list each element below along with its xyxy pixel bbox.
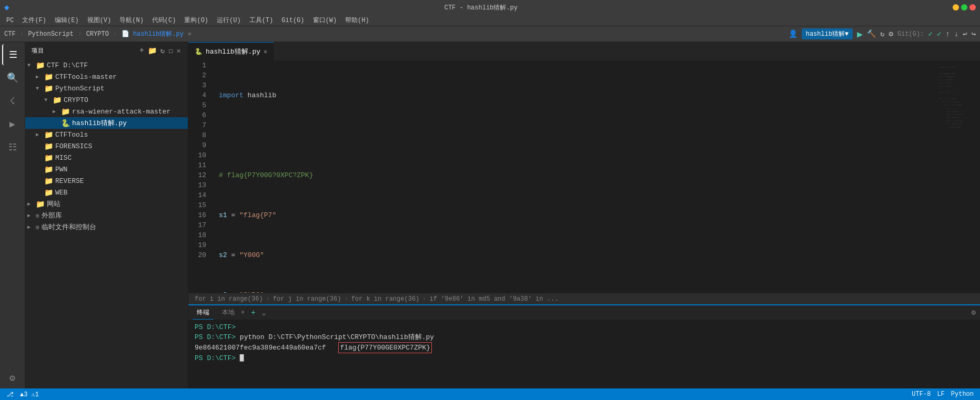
- menu-view[interactable]: 视图(V): [83, 15, 116, 26]
- tree-item-web[interactable]: ▶ 📁 WEB: [25, 187, 188, 198]
- tree-label-reverse: REVERSE: [55, 177, 84, 185]
- user-icon[interactable]: 👤: [789, 29, 797, 38]
- new-folder-icon[interactable]: 📁: [148, 46, 157, 55]
- terminal-actions: ⚙: [972, 308, 976, 317]
- explorer-icon[interactable]: ☰: [2, 44, 23, 65]
- tree-item-ctftools-master[interactable]: ▶ 📁 CTFTools-master: [25, 71, 188, 83]
- build-icon[interactable]: 🔨: [867, 29, 876, 38]
- new-file-icon[interactable]: +: [139, 46, 144, 55]
- refresh-tree-icon[interactable]: ↻: [160, 46, 165, 55]
- menu-window[interactable]: 窗口(W): [309, 15, 341, 26]
- menu-run[interactable]: 运行(U): [213, 15, 245, 26]
- tree-item-pythonscript[interactable]: ▼ 📁 PythonScript: [25, 83, 188, 94]
- search-activity-icon[interactable]: 🔍: [2, 67, 23, 88]
- undo-icon[interactable]: ↩: [963, 29, 967, 38]
- git-check2[interactable]: ✓: [937, 29, 941, 38]
- tree-item-forensics[interactable]: ▶ 📁 FORENSICS: [25, 140, 188, 152]
- status-errors[interactable]: ▲3 ⚠1: [20, 391, 39, 398]
- tree-item-ctf[interactable]: ▼ 📁 CTF D:\CTF: [25, 59, 188, 71]
- tree-item-crypto[interactable]: ▼ 📁 CRYPTO: [25, 94, 188, 106]
- menu-nav[interactable]: 导航(N): [115, 15, 148, 26]
- tree-item-reverse[interactable]: ▶ 📁 REVERSE: [25, 175, 188, 187]
- debug-activity-icon[interactable]: ▶: [2, 114, 23, 135]
- menu-git[interactable]: Git(G): [277, 16, 308, 25]
- terminal-line-prompt: PS D:\CTF> python D:\CTF\PythonScript\CR…: [195, 332, 974, 342]
- status-git-icon[interactable]: ⎇: [6, 391, 14, 398]
- toolbar-pythonscript[interactable]: PythonScript: [28, 30, 73, 38]
- collapse-all-icon[interactable]: ◻: [168, 46, 173, 55]
- bc-sep-1: ›: [266, 295, 270, 303]
- status-encoding[interactable]: UTF-8: [912, 391, 931, 398]
- run-button[interactable]: ▶: [857, 28, 863, 40]
- add-terminal-button[interactable]: +: [251, 309, 255, 317]
- line-num-15: 15: [188, 200, 210, 210]
- code-area[interactable]: import hashlib # flag{P7Y00G?0XPC?ZPK} s…: [215, 60, 938, 293]
- menu-edit[interactable]: 编辑(E): [50, 15, 83, 26]
- code-line-5: s2 = "Y00G": [219, 250, 938, 260]
- terminal-content[interactable]: PS D:\CTF> PS D:\CTF> python D:\CTF\Pyth…: [188, 320, 980, 388]
- sidebar-title: 项目: [32, 47, 44, 55]
- tree-item-external-libs[interactable]: ▶ ⊞ 外部库: [25, 210, 188, 221]
- toolbar-crypto[interactable]: CRYPTO: [86, 30, 109, 38]
- menu-help[interactable]: 帮助(H): [341, 15, 373, 26]
- terminal-command-line: PS D:\CTF>: [195, 322, 974, 332]
- bc-for-i[interactable]: for i in range(36): [195, 295, 263, 303]
- bc-sep-2: ›: [344, 295, 348, 303]
- refresh-icon[interactable]: ↻: [880, 29, 884, 38]
- tree-item-pwn[interactable]: ▶ 📁 PWN: [25, 163, 188, 175]
- line-num-19: 19: [188, 240, 210, 250]
- line-num-2: 2: [188, 70, 210, 80]
- tree-label-pwn: PWN: [55, 166, 67, 173]
- terminal-settings-icon[interactable]: ⚙: [972, 308, 976, 317]
- close-sidebar-icon[interactable]: ✕: [177, 46, 181, 55]
- redo-icon[interactable]: ↪: [972, 29, 976, 38]
- tree-item-misc[interactable]: ▶ 📁 MISC: [25, 152, 188, 163]
- tree-label-web: WEB: [55, 189, 67, 197]
- sidebar-header-icons: + 📁 ↻ ◻ ✕: [139, 46, 181, 55]
- menu-pc[interactable]: PC: [2, 16, 18, 25]
- line-num-9: 9: [188, 140, 210, 150]
- terminal-flag-output: flag{P77Y00GE0XPC7ZPK}: [338, 342, 432, 353]
- tab-close-icon[interactable]: ✕: [264, 48, 267, 56]
- tree-item-hashlib[interactable]: ▶ 🐍 hashlib猜解.py: [25, 117, 188, 129]
- tree-label-crypto: CRYPTO: [64, 96, 88, 104]
- menu-file[interactable]: 文件(F): [18, 15, 50, 26]
- toolbar-file[interactable]: 📄 hashlib猜解.py: [122, 29, 184, 38]
- minimize-button[interactable]: [953, 4, 959, 11]
- git-activity-icon[interactable]: ☇: [2, 90, 23, 111]
- git-push[interactable]: ↑: [945, 30, 949, 38]
- extensions-activity-icon[interactable]: ☷: [2, 137, 23, 158]
- line-num-12: 12: [188, 170, 210, 180]
- settings-activity-icon[interactable]: ⚙: [2, 367, 23, 388]
- hashlib-btn[interactable]: hashlib猜解▼: [802, 28, 853, 39]
- toolbar-right: 👤 hashlib猜解▼ ▶ 🔨 ↻ ⚙ Git(G): ✓ ✓ ↑ ↓ ↩ ↪: [789, 28, 976, 40]
- git-check1[interactable]: ✓: [928, 29, 932, 38]
- settings-icon[interactable]: ⚙: [889, 29, 893, 38]
- menu-bar: PC 文件(F) 编辑(E) 视图(V) 导航(N) 代码(C) 重构(O) 运…: [0, 15, 980, 26]
- editor-content[interactable]: 1 2 3 4 5 6 7 8 9 10 11 12 13 14 15 16 1…: [188, 60, 980, 293]
- tree-item-ctftools[interactable]: ▶ 📁 CTFTools: [25, 129, 188, 140]
- terminal-prompt-end: PS D:\CTF> █: [195, 353, 974, 363]
- editor-tab-hashlib[interactable]: 🐍 hashlib猜解.py ✕: [188, 42, 274, 60]
- status-left: ⎇ ▲3 ⚠1: [6, 391, 39, 398]
- status-language[interactable]: Python: [951, 391, 974, 398]
- maximize-button[interactable]: [961, 4, 967, 11]
- bc-for-j[interactable]: for j in range(36): [273, 295, 341, 303]
- menu-refactor[interactable]: 重构(O): [180, 15, 213, 26]
- git-pull[interactable]: ↓: [954, 30, 958, 38]
- bc-for-k[interactable]: for k in range(36): [351, 295, 420, 303]
- terminal-tab[interactable]: 终端: [193, 306, 214, 320]
- status-line-ending[interactable]: LF: [937, 391, 944, 398]
- minimap: import hashlib # flag{P7Y00G s1 = "flag{…: [938, 60, 980, 293]
- toolbar-ctf[interactable]: CTF: [4, 30, 16, 38]
- terminal-split-icon[interactable]: ⌄: [262, 308, 266, 317]
- tree-item-rsa-wiener[interactable]: ▶ 📁 rsa-wiener-attack-master: [25, 106, 188, 117]
- tree-item-temp-files[interactable]: ▶ ⊞ 临时文件和控制台: [25, 221, 188, 233]
- toolbar-close-x[interactable]: ✕: [188, 30, 191, 38]
- sidebar-tree: ▼ 📁 CTF D:\CTF ▶ 📁 CTFTools-master ▼ 📁 P…: [25, 57, 188, 388]
- menu-tools[interactable]: 工具(T): [245, 15, 278, 26]
- close-button[interactable]: [969, 4, 976, 11]
- menu-code[interactable]: 代码(C): [148, 15, 180, 26]
- tree-item-website[interactable]: ▶ 📁 网站: [25, 198, 188, 210]
- bc-if[interactable]: if '9e86' in md5 and '9a38' in ...: [429, 295, 558, 303]
